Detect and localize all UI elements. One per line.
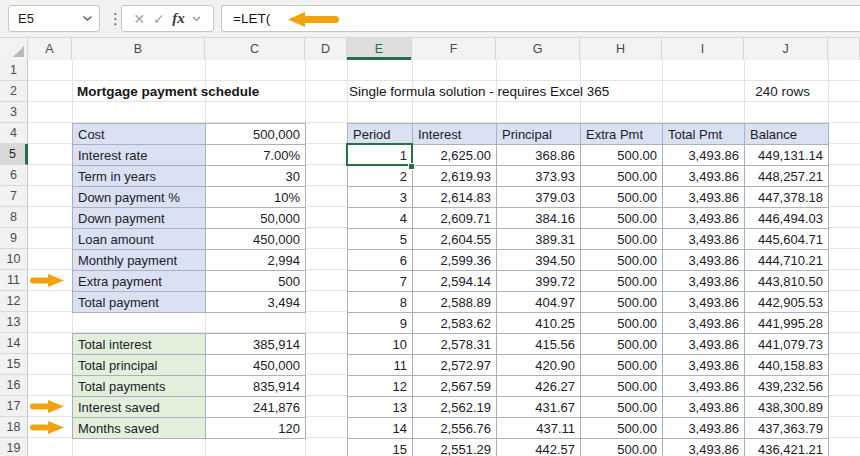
schedule-cell[interactable]: 13 [348,397,413,418]
schedule-cell[interactable]: 5 [348,229,413,250]
column-header-H[interactable]: H [580,38,662,60]
schedule-cell[interactable]: 446,494.03 [745,208,829,229]
schedule-cell[interactable]: 500.00 [581,145,663,166]
input-cell-label[interactable]: Down payment [73,208,206,229]
schedule-cell[interactable]: 500.00 [581,397,663,418]
schedule-cell[interactable]: 10 [348,334,413,355]
input-cell-label[interactable]: Extra payment [73,271,206,292]
summary-cell-label[interactable]: Interest saved [73,397,206,418]
schedule-cell[interactable]: 2,583.62 [413,313,497,334]
schedule-cell[interactable]: 447,378.18 [745,187,829,208]
schedule-cell[interactable]: 420.90 [497,355,581,376]
input-cell-value[interactable]: 7.00% [206,145,306,166]
schedule-cell[interactable]: 404.97 [497,292,581,313]
row-header-6[interactable]: 6 [0,165,28,186]
select-all-corner[interactable] [0,38,28,60]
schedule-cell[interactable]: 500.00 [581,376,663,397]
schedule-cell[interactable]: 415.56 [497,334,581,355]
schedule-cell[interactable]: 441,995.28 [745,313,829,334]
chevron-down-icon[interactable] [192,16,201,22]
schedule-cell[interactable]: 500.00 [581,187,663,208]
sheet-title[interactable]: Mortgage payment schedule [77,81,259,102]
row-header-11[interactable]: 11 [0,270,28,291]
schedule-cell[interactable]: 438,300.89 [745,397,829,418]
summary-cell-value[interactable]: 450,000 [206,355,306,376]
schedule-cell[interactable]: 437,363.79 [745,418,829,439]
input-cell-value[interactable]: 3,494 [206,292,306,313]
schedule-cell[interactable]: 3,493.86 [663,292,745,313]
column-header-G[interactable]: G [496,38,580,60]
row-header-4[interactable]: 4 [0,123,28,144]
schedule-cell[interactable]: 373.93 [497,166,581,187]
summary-cell-value[interactable]: 120 [206,418,306,439]
schedule-cell[interactable]: 448,257.21 [745,166,829,187]
schedule-cell[interactable]: 1 [348,145,413,166]
schedule-cell[interactable]: 3,493.86 [663,229,745,250]
schedule-cell[interactable]: 2,588.89 [413,292,497,313]
schedule-cell[interactable]: 436,421.21 [745,439,829,456]
schedule-cell[interactable]: 3,493.86 [663,313,745,334]
input-cell-value[interactable]: 10% [206,187,306,208]
schedule-cell[interactable]: 2,625.00 [413,145,497,166]
input-cell-value[interactable]: 2,994 [206,250,306,271]
schedule-cell[interactable]: 389.31 [497,229,581,250]
schedule-cell[interactable]: 500.00 [581,334,663,355]
row-header-5[interactable]: 5 [0,144,28,165]
column-header-partial[interactable] [828,38,860,60]
schedule-header[interactable]: Balance [745,124,829,145]
schedule-cell[interactable]: 3,493.86 [663,355,745,376]
cancel-icon[interactable]: ✕ [134,11,146,27]
schedule-cell[interactable]: 3,493.86 [663,271,745,292]
schedule-cell[interactable]: 11 [348,355,413,376]
row-header-3[interactable]: 3 [0,102,28,123]
input-cell-value[interactable]: 450,000 [206,229,306,250]
input-cell-label[interactable]: Cost [73,124,206,145]
schedule-cell[interactable]: 3,493.86 [663,376,745,397]
row-header-19[interactable]: 19 [0,438,28,456]
schedule-cell[interactable]: 445,604.71 [745,229,829,250]
input-cell-label[interactable]: Monthly payment [73,250,206,271]
schedule-header[interactable]: Total Pmt [663,124,745,145]
input-cell-value[interactable]: 500 [206,271,306,292]
schedule-header[interactable]: Principal [497,124,581,145]
schedule-cell[interactable]: 7 [348,271,413,292]
schedule-cell[interactable]: 399.72 [497,271,581,292]
input-cell-label[interactable]: Total payment [73,292,206,313]
row-header-16[interactable]: 16 [0,375,28,396]
schedule-cell[interactable]: 441,079.73 [745,334,829,355]
schedule-cell[interactable]: 2,567.59 [413,376,497,397]
schedule-cell[interactable]: 2,614.83 [413,187,497,208]
column-header-E[interactable]: E [347,38,412,60]
input-cell-label[interactable]: Down payment % [73,187,206,208]
row-header-13[interactable]: 13 [0,312,28,333]
schedule-header[interactable]: Interest [413,124,497,145]
schedule-cell[interactable]: 500.00 [581,229,663,250]
schedule-cell[interactable]: 426.27 [497,376,581,397]
schedule-cell[interactable]: 500.00 [581,208,663,229]
schedule-cell[interactable]: 3,493.86 [663,145,745,166]
schedule-cell[interactable]: 439,232.56 [745,376,829,397]
row-header-7[interactable]: 7 [0,186,28,207]
enter-icon[interactable]: ✓ [153,11,165,27]
summary-cell-label[interactable]: Months saved [73,418,206,439]
schedule-cell[interactable]: 500.00 [581,271,663,292]
column-header-A[interactable]: A [28,38,72,60]
schedule-cell[interactable]: 2,619.93 [413,166,497,187]
column-header-B[interactable]: B [72,38,205,60]
name-box[interactable]: E5 [8,5,100,32]
row-header-1[interactable]: 1 [0,60,28,81]
insert-function-icon[interactable]: fx [172,10,185,27]
schedule-cell[interactable]: 2,609.71 [413,208,497,229]
schedule-cell[interactable]: 3,493.86 [663,397,745,418]
input-cell-value[interactable]: 500,000 [206,124,306,145]
schedule-cell[interactable]: 500.00 [581,166,663,187]
schedule-cell[interactable]: 2,551.29 [413,439,497,456]
schedule-cell[interactable]: 500.00 [581,418,663,439]
schedule-cell[interactable]: 3 [348,187,413,208]
schedule-cell[interactable]: 368.86 [497,145,581,166]
summary-cell-label[interactable]: Total interest [73,334,206,355]
summary-cell-label[interactable]: Total payments [73,376,206,397]
schedule-cell[interactable]: 3,493.86 [663,187,745,208]
schedule-cell[interactable]: 443,810.50 [745,271,829,292]
schedule-cell[interactable]: 379.03 [497,187,581,208]
